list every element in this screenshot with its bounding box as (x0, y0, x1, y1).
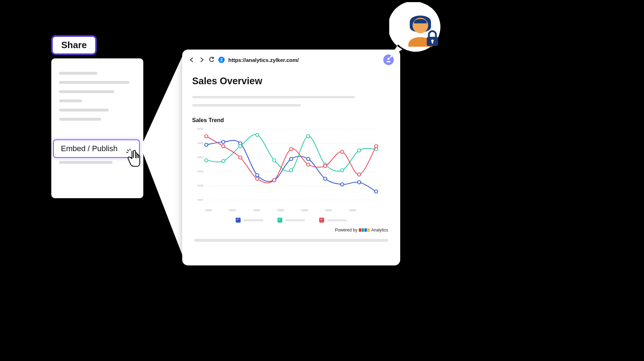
powered-by-label: Powered by Analytics (192, 228, 390, 233)
x-axis-ticks (205, 209, 390, 211)
forward-icon[interactable] (199, 57, 205, 63)
svg-point-45 (358, 173, 361, 176)
svg-point-27 (239, 145, 242, 148)
chart-legend (192, 218, 390, 223)
menu-item-embed-publish[interactable]: Embed / Publish (53, 139, 140, 158)
svg-point-38 (239, 156, 242, 159)
svg-point-23 (358, 181, 361, 184)
connector-wedge (143, 55, 183, 257)
legend-item[interactable] (236, 218, 263, 223)
page-content: Sales Overview Sales Trend Powered by An… (182, 68, 400, 265)
svg-rect-13 (197, 199, 203, 201)
legend-item[interactable] (277, 218, 305, 223)
text-placeholder (192, 96, 355, 98)
svg-point-34 (358, 149, 361, 152)
svg-marker-0 (143, 55, 183, 257)
svg-point-19 (290, 157, 293, 161)
embedded-browser-window: Z https://analytics.zylker.com/ Sales Ov… (182, 50, 400, 265)
svg-rect-50 (432, 41, 433, 44)
chart-title: Sales Trend (192, 117, 390, 124)
svg-point-40 (273, 179, 276, 182)
svg-point-14 (205, 143, 208, 147)
share-button[interactable]: Share (51, 35, 97, 55)
legend-checkbox-icon (236, 218, 241, 223)
svg-point-28 (256, 133, 259, 137)
svg-point-37 (222, 145, 225, 148)
reload-icon[interactable] (208, 57, 215, 63)
share-menu (51, 58, 143, 198)
svg-point-29 (273, 159, 276, 162)
svg-point-31 (307, 135, 310, 138)
svg-rect-11 (197, 185, 203, 187)
site-favicon-icon: Z (218, 57, 225, 63)
powered-by-prefix: Powered by (335, 228, 357, 233)
svg-point-17 (256, 174, 259, 177)
svg-point-41 (290, 148, 293, 151)
svg-rect-9 (197, 171, 203, 172)
menu-item-placeholder[interactable] (59, 72, 97, 75)
legend-checkbox-icon (277, 218, 282, 223)
svg-point-22 (341, 183, 344, 186)
secure-user-callout (389, 2, 452, 64)
text-placeholder (192, 104, 301, 107)
menu-item-placeholder[interactable] (59, 161, 113, 164)
svg-rect-5 (197, 142, 203, 144)
svg-point-33 (341, 169, 344, 172)
svg-rect-3 (197, 128, 203, 130)
menu-item-placeholder[interactable] (59, 109, 109, 111)
legend-checkbox-icon (319, 218, 324, 223)
svg-point-25 (205, 159, 208, 162)
menu-item-placeholder[interactable] (59, 99, 82, 102)
menu-item-placeholder[interactable] (59, 90, 114, 93)
svg-point-24 (375, 190, 378, 193)
powered-by-suffix: Analytics (371, 228, 388, 233)
svg-rect-7 (197, 156, 203, 158)
svg-point-43 (324, 165, 327, 168)
browser-url[interactable]: https://analytics.zylker.com/ (228, 57, 299, 63)
svg-point-36 (205, 135, 208, 138)
menu-item-placeholder[interactable] (59, 81, 130, 84)
page-title: Sales Overview (192, 76, 390, 87)
svg-point-21 (324, 177, 327, 180)
sales-trend-chart (196, 126, 380, 207)
back-icon[interactable] (189, 57, 195, 63)
zoho-logo-icon (359, 228, 370, 232)
svg-point-15 (222, 141, 225, 144)
svg-point-26 (222, 160, 225, 163)
svg-point-30 (290, 169, 293, 172)
menu-item-label: Embed / Publish (61, 144, 117, 153)
horizontal-scrollbar[interactable] (194, 239, 388, 242)
svg-point-42 (307, 163, 310, 166)
menu-item-placeholder[interactable] (59, 118, 101, 121)
svg-point-44 (341, 150, 344, 154)
svg-point-46 (375, 145, 378, 148)
legend-item[interactable] (319, 218, 347, 223)
share-button-label: Share (61, 40, 87, 50)
browser-address-bar: Z https://analytics.zylker.com/ (182, 50, 400, 68)
svg-point-20 (307, 157, 310, 161)
svg-point-39 (256, 177, 259, 180)
